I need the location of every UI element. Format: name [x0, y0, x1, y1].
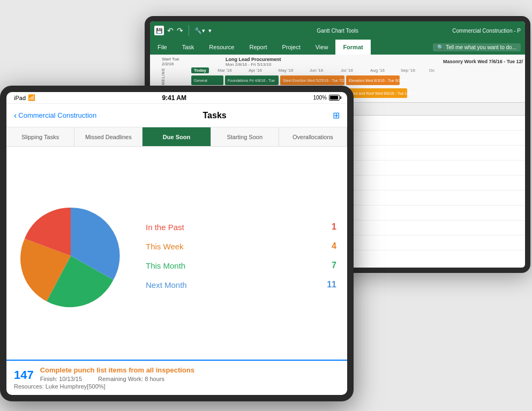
- wifi-icon: 📶: [28, 94, 35, 101]
- battery-tip: [340, 96, 341, 99]
- ipad-tab-bar: Slipping Tasks Missed Deadlines Due Soon…: [6, 127, 347, 147]
- tab-missed-deadlines[interactable]: Missed Deadlines: [74, 127, 143, 146]
- ribbon-search[interactable]: 🔍 Tell me what you want to do...: [433, 43, 521, 51]
- legend-area: In the Past 1 This Week 4 This Month 7 N…: [135, 222, 336, 290]
- filter-icon[interactable]: ⊞: [333, 110, 340, 120]
- search-label: Tell me what you want to do...: [446, 44, 516, 50]
- ipad-status-bar: iPad 📶 9:41 AM 100%: [6, 92, 347, 104]
- timeline-start-label: Start Tue 2/2/16: [162, 57, 191, 66]
- task-number: 147: [14, 368, 34, 382]
- tools-label: Gantt Chart Tools: [317, 28, 358, 34]
- status-left: iPad 📶: [14, 94, 35, 101]
- fg-ipad: iPad 📶 9:41 AM 100% ‹ Commercial Constru…: [0, 86, 354, 401]
- gantt-ribbon: File Task Resource Report Project View F…: [150, 40, 525, 55]
- legend-count-month: 7: [332, 261, 336, 270]
- month-row: Today Mar '16 Apr '16 May '16 Jun '16 Ju…: [191, 67, 523, 73]
- legend-item-week: This Week 4: [146, 241, 336, 251]
- resources-label: Resources: Luke Humphrey[500%]: [14, 383, 106, 390]
- timeline-header-row: Start Tue 2/2/16 Long Lead Procurement M…: [162, 57, 523, 66]
- tab-overallocations[interactable]: Overallocations: [279, 127, 347, 146]
- nav-title: Tasks: [203, 111, 227, 120]
- pie-chart: [17, 202, 124, 309]
- search-icon: 🔍: [437, 44, 444, 50]
- legend-item-past: In the Past 1: [146, 222, 336, 232]
- ipad-nav-bar: ‹ Commercial Construction Tasks ⊞: [6, 104, 347, 127]
- tab-due-soon[interactable]: Due Soon: [143, 127, 211, 146]
- status-time: 9:41 AM: [162, 94, 186, 102]
- legend-label-next-month: Next Month: [146, 280, 187, 290]
- task-title: Complete punch list items from all inspe…: [14, 366, 340, 374]
- chart-legend-area: In the Past 1 This Week 4 This Month 7 N…: [6, 147, 347, 360]
- legend-count-week: 4: [332, 241, 336, 251]
- elevators-bar: Elevators Wed 8/3/16 - Tue 9/27/16: [346, 75, 400, 85]
- long-lead-label: Long Lead Procurement Mon 2/8/16 - Fri 5…: [226, 57, 281, 67]
- tab-task[interactable]: Task: [175, 40, 202, 55]
- legend-label-past: In the Past: [146, 223, 184, 232]
- today-marker: Today: [191, 67, 209, 73]
- legend-item-next-month: Next Month 11: [146, 280, 336, 290]
- redo-icon[interactable]: ↷: [177, 26, 183, 35]
- gantt-toolbar: 💾 ↶ ↷ 🔧▾ ▾ Gantt Chart Tools Commercial …: [150, 21, 525, 40]
- tab-view[interactable]: View: [308, 40, 336, 55]
- save-icon[interactable]: 💾: [154, 26, 164, 35]
- task-resources: Resources: Luke Humphrey[500%]: [14, 383, 340, 390]
- task-detail-row[interactable]: 147 Complete punch list items from all i…: [6, 360, 347, 395]
- tab-format[interactable]: Format: [335, 40, 370, 55]
- masonry-label: Masonry Work Wed 7/6/16 - Tue 12/: [443, 59, 523, 64]
- ipad-screen: iPad 📶 9:41 AM 100% ‹ Commercial Constru…: [6, 92, 347, 395]
- toolbar-sep: [189, 25, 189, 36]
- battery-fill: [330, 96, 338, 100]
- legend-label-week: This Week: [146, 242, 184, 251]
- back-label: Commercial Construction: [18, 111, 96, 119]
- tab-file[interactable]: File: [150, 40, 175, 55]
- legend-count-past: 1: [332, 222, 336, 232]
- task-meta: Finish: 10/13/15 Remaining Work: 8 hours: [40, 376, 340, 382]
- remaining-work: Remaining Work: 8 hours: [98, 376, 164, 382]
- nav-back-button[interactable]: ‹ Commercial Construction: [14, 111, 96, 120]
- steel-erection-bar: Steel Erection Wed 5/25/16 - Tue 7/26/16: [280, 75, 344, 85]
- undo-icon[interactable]: ↶: [167, 26, 174, 35]
- legend-label-month: This Month: [146, 261, 185, 270]
- tab-slipping-tasks[interactable]: Slipping Tasks: [6, 127, 74, 146]
- tab-starting-soon[interactable]: Starting Soon: [211, 127, 279, 146]
- tab-project[interactable]: Project: [274, 40, 308, 55]
- window-title: Commercial Construction - P: [452, 28, 521, 34]
- battery-icon: [329, 95, 340, 101]
- legend-count-next-month: 11: [327, 280, 336, 290]
- finish-label: Finish: 10/13/15: [40, 376, 82, 382]
- carrier-label: iPad: [14, 95, 26, 101]
- tab-resource[interactable]: Resource: [201, 40, 242, 55]
- battery-pct: 100%: [313, 95, 327, 101]
- config-icon[interactable]: 🔧▾: [194, 27, 205, 34]
- back-chevron-icon: ‹: [14, 111, 17, 120]
- tab-report[interactable]: Report: [242, 40, 274, 55]
- foundations-bar: Foundations Fri 4/8/16 - Tue: [225, 75, 279, 85]
- general-bar: General: [191, 75, 223, 85]
- expand-icon[interactable]: ▾: [208, 27, 212, 34]
- legend-item-month: This Month 7: [146, 261, 336, 270]
- timeline-bar-row-1: General Foundations Fri 4/8/16 - Tue Ste…: [191, 74, 523, 86]
- status-right: 100%: [313, 95, 340, 101]
